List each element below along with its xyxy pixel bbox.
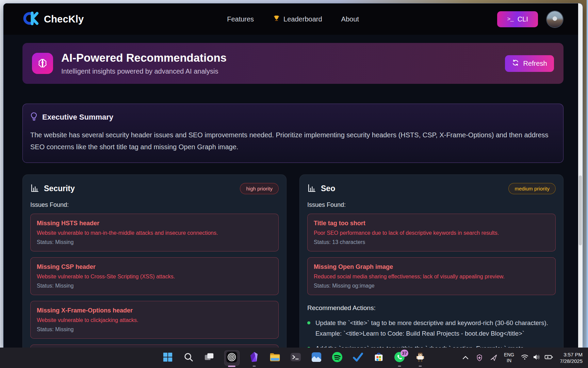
issues-found-label: Issues Found:	[307, 201, 556, 209]
running-indicator	[253, 366, 256, 367]
refresh-button-label: Refresh	[523, 60, 547, 67]
recorder-app-button[interactable]	[224, 348, 240, 368]
recommended-action-item: Add the `og:image` meta tag within the `…	[307, 343, 556, 348]
refresh-button[interactable]: Refresh	[505, 55, 554, 72]
nav-right: >_ CLI	[497, 11, 563, 27]
seo-card-header: Seo medium priority	[307, 183, 556, 194]
trophy-icon	[273, 15, 280, 24]
active-app-indicator	[228, 366, 235, 367]
issue-title: Missing Open Graph image	[314, 263, 549, 271]
system-status-group[interactable]	[521, 354, 553, 362]
spotify-icon	[332, 352, 343, 364]
brand[interactable]: ChecKly	[23, 11, 84, 27]
issue-title: Missing CSP header	[37, 263, 272, 271]
issue-card: Missing X-Frame-Options header Website v…	[30, 301, 279, 339]
whatsapp-button[interactable]: 37	[393, 348, 406, 368]
taskbar-center-icons: 37	[162, 348, 426, 368]
recommended-action-text: Add the `og:image` meta tag within the `…	[315, 343, 524, 348]
bar-chart-icon	[307, 184, 316, 194]
whatsapp-notification-badge: 37	[401, 350, 408, 357]
active-app-plate	[224, 350, 240, 366]
obsidian-app-button[interactable]	[248, 348, 260, 368]
game-app-button[interactable]	[414, 348, 426, 368]
running-indicator	[419, 366, 422, 367]
issue-status: Status: 13 characters	[314, 239, 549, 245]
system-tray: ENG IN	[462, 348, 588, 368]
volume-icon	[533, 354, 541, 362]
issue-description: Poor SEO performance due to lack of desc…	[314, 230, 549, 236]
start-icon	[163, 352, 173, 364]
language-indicator[interactable]: ENG IN	[504, 352, 514, 364]
issue-status: Status: Missing	[37, 239, 272, 245]
obsidian-icon	[249, 352, 259, 364]
terminal-prompt-icon: >_	[507, 16, 513, 22]
task-view-button[interactable]	[203, 348, 215, 368]
terminal-icon	[290, 352, 301, 363]
todo-app-button[interactable]	[352, 348, 364, 368]
security-card: Security high priority Issues Found: Mis…	[22, 174, 287, 348]
issue-description: Website vulnerable to clickjacking attac…	[37, 317, 272, 323]
tray-chevron-up-icon[interactable]	[462, 355, 469, 360]
taskbar-search-button[interactable]	[182, 348, 195, 368]
game-icon	[415, 352, 425, 364]
bar-chart-icon	[30, 184, 39, 194]
start-button[interactable]	[162, 348, 174, 368]
recommended-action-text: Update the `<title>` tag to be more desc…	[315, 318, 556, 339]
running-indicator	[398, 366, 401, 367]
checkly-logo-icon	[23, 11, 39, 27]
security-card-title: Security	[44, 184, 75, 193]
file-explorer-button[interactable]	[269, 348, 281, 368]
user-avatar[interactable]	[547, 11, 563, 27]
taskbar-clock[interactable]: 3:57 PM 7/28/2025	[560, 351, 583, 364]
clock-time: 3:57 PM	[560, 351, 583, 358]
executive-summary-body: The website has several security header …	[30, 129, 556, 153]
spotify-app-button[interactable]	[331, 348, 343, 368]
search-icon	[183, 352, 194, 364]
page-scrollbar[interactable]	[578, 3, 583, 348]
nav-link-about[interactable]: About	[341, 15, 359, 23]
nav-link-features[interactable]: Features	[227, 15, 254, 23]
security-card-header: Security high priority	[30, 183, 279, 194]
nav-link-label: About	[341, 15, 359, 23]
brain-icon	[32, 53, 53, 74]
ms-store-button[interactable]	[373, 348, 385, 368]
location-arrow-icon[interactable]	[490, 354, 497, 362]
app-window: ChecKly Features Leaderboard	[3, 3, 583, 348]
nav-link-label: Leaderboard	[283, 15, 322, 23]
battery-icon	[544, 354, 553, 362]
priority-badge-medium: medium priority	[508, 183, 556, 194]
file-explorer-icon	[270, 352, 280, 364]
bullet-dot-icon	[307, 321, 310, 324]
gallery-app-button[interactable]	[310, 348, 323, 368]
issue-card: Missing X-XSS-Protection header	[30, 344, 279, 348]
language-region: IN	[504, 358, 514, 364]
copilot-icon[interactable]	[475, 354, 484, 362]
issue-card: Missing CSP header Website vulnerable to…	[30, 257, 279, 295]
lightbulb-icon	[30, 112, 38, 122]
recommended-actions-label: Recommended Actions:	[307, 304, 556, 312]
issue-status: Status: Missing	[37, 283, 272, 289]
scrollbar-thumb[interactable]	[579, 175, 582, 245]
nav-links: Features Leaderboard About	[227, 15, 359, 24]
page-subtitle: Intelligent insights powered by advanced…	[61, 67, 227, 75]
nav-link-label: Features	[227, 15, 254, 23]
executive-summary-header: Executive Summary	[30, 112, 556, 122]
ms-store-icon	[374, 352, 384, 364]
clock-date: 7/28/2025	[560, 358, 583, 364]
brand-name: ChecKly	[44, 14, 84, 25]
page-content: AI-Powered Recommendations Intelligent i…	[3, 35, 583, 348]
language-code: ENG	[504, 352, 514, 358]
recommendations-banner: AI-Powered Recommendations Intelligent i…	[22, 43, 564, 84]
issue-card: Missing HSTS header Website vulnerable t…	[30, 214, 279, 251]
wifi-icon	[521, 354, 529, 362]
cli-button[interactable]: >_ CLI	[497, 11, 538, 27]
issue-description: Website vulnerable to Cross-Site Scripti…	[37, 274, 272, 280]
issue-status: Status: Missing	[37, 326, 272, 333]
issue-card: Missing Open Graph image Reduced social …	[307, 257, 556, 295]
nav-link-leaderboard[interactable]: Leaderboard	[273, 15, 322, 24]
terminal-app-button[interactable]	[290, 348, 302, 368]
recommended-action-item: Update the `<title>` tag to be more desc…	[307, 318, 556, 339]
issue-title: Title tag too short	[314, 220, 549, 227]
executive-summary-card: Executive Summary The website has severa…	[22, 104, 564, 163]
desktop-edge	[587, 0, 588, 348]
